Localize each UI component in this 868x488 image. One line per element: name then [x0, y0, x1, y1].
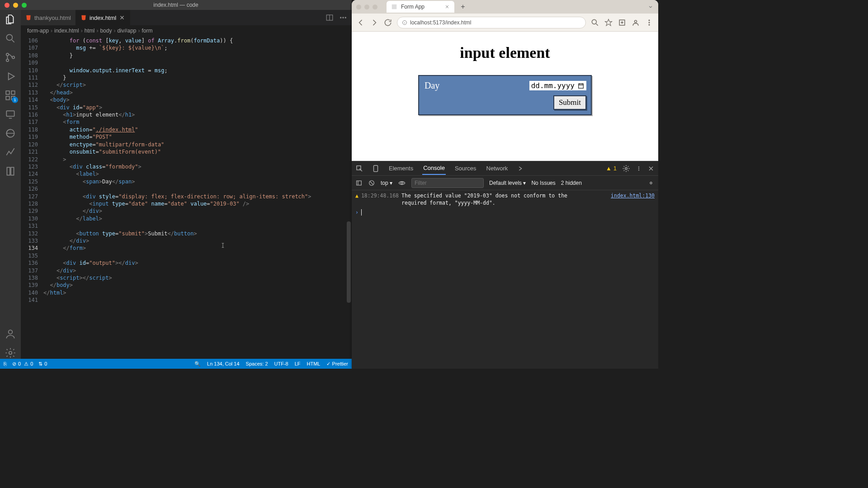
explorer-activity[interactable] — [5, 14, 16, 25]
breadcrumb-item[interactable]: html — [85, 28, 95, 34]
breadcrumb-item[interactable]: body — [100, 28, 112, 34]
breadcrumb-item[interactable]: div#app — [117, 28, 136, 34]
cursor-position[interactable]: Ln 134, Col 14 — [207, 361, 240, 367]
line-gutter: 1061071081091101111121131141151161171181… — [21, 36, 43, 359]
gear-icon[interactable] — [622, 164, 630, 173]
issues-indicator[interactable]: No Issues — [531, 180, 555, 186]
forward-button[interactable] — [370, 18, 379, 27]
sidebar-toggle-icon[interactable] — [355, 179, 363, 187]
close-window-icon[interactable] — [356, 5, 361, 9]
close-icon[interactable] — [119, 14, 125, 21]
search-activity[interactable] — [5, 33, 16, 44]
html-file-icon — [80, 14, 87, 21]
close-icon[interactable] — [444, 4, 450, 9]
account-activity[interactable] — [5, 328, 16, 340]
source-control-icon — [5, 52, 16, 63]
inspect-icon[interactable] — [355, 164, 363, 173]
scrollbar-thumb[interactable] — [347, 221, 351, 303]
tab-index[interactable]: index.html — [76, 10, 130, 25]
live-expression-icon[interactable] — [398, 179, 406, 187]
expand-tabs-icon[interactable] — [647, 4, 658, 10]
minimize-window-icon[interactable] — [13, 3, 18, 8]
svg-point-20 — [635, 20, 637, 23]
form-container: Day dd.mm.yyyy Submit — [418, 75, 592, 115]
close-icon[interactable] — [647, 165, 655, 172]
site-info-icon[interactable] — [402, 20, 407, 25]
tab-label: thankyou.html — [34, 14, 71, 21]
book-icon — [5, 165, 16, 177]
reload-button[interactable] — [383, 18, 392, 27]
maximize-window-icon[interactable] — [22, 3, 27, 8]
new-tab-button[interactable]: + — [458, 2, 468, 12]
svg-point-30 — [638, 169, 639, 170]
address-bar[interactable]: localhost:5173/index.html — [397, 17, 586, 28]
console-settings-icon[interactable] — [647, 179, 655, 187]
window-controls[interactable] — [0, 3, 27, 8]
tab-elements[interactable]: Elements — [388, 162, 414, 174]
warnings-badge[interactable]: ▲ 1 — [606, 165, 617, 172]
extensions-activity[interactable]: 1 — [5, 89, 16, 101]
svg-point-13 — [340, 17, 341, 18]
context-selector[interactable]: top ▾ — [381, 180, 392, 186]
code-content[interactable]: for (const [key, value] of Array.from(fo… — [43, 36, 352, 359]
minimize-window-icon[interactable] — [364, 5, 369, 9]
log-levels-selector[interactable]: Default levels ▾ — [489, 180, 526, 186]
devtools: Elements Console Sources Network ▲ 1 top… — [352, 161, 658, 369]
console-output[interactable]: ▲ 18:29:48.168 The specified value "2019… — [352, 190, 658, 369]
more-tabs-icon[interactable] — [517, 165, 524, 172]
code-editor[interactable]: 1061071081091101111121131141151161171181… — [21, 36, 352, 359]
log-source-link[interactable]: index.html:130 — [611, 192, 655, 199]
split-editor-icon[interactable] — [326, 14, 334, 22]
remote-icon — [5, 108, 16, 120]
gear-icon — [5, 347, 16, 359]
tab-thankyou[interactable]: thankyou.html — [21, 10, 76, 25]
indent-indicator[interactable]: Spaces: 2 — [246, 361, 268, 367]
book-activity[interactable] — [5, 165, 16, 177]
breadcrumbs[interactable]: form-app› index.html› html› body› div#ap… — [21, 25, 352, 36]
back-button[interactable] — [356, 18, 365, 27]
console-filter-input[interactable] — [411, 178, 484, 188]
calendar-icon[interactable] — [577, 82, 585, 89]
scm-activity[interactable] — [5, 52, 16, 63]
debug-activity[interactable] — [5, 70, 16, 82]
maximize-window-icon[interactable] — [373, 5, 377, 9]
console-log-row: ▲ 18:29:48.168 The specified value "2019… — [355, 192, 655, 206]
clear-console-icon[interactable] — [368, 179, 375, 187]
close-window-icon[interactable] — [5, 3, 9, 8]
device-icon[interactable] — [372, 164, 380, 173]
zoom-icon[interactable] — [590, 18, 599, 27]
remote-indicator[interactable]: ⎘ — [4, 361, 7, 367]
tab-console[interactable]: Console — [422, 162, 446, 175]
ports-indicator[interactable]: ⇅ 0 — [38, 361, 47, 367]
more-icon[interactable] — [339, 14, 347, 22]
bookmark-icon[interactable] — [604, 18, 613, 27]
breadcrumb-item[interactable]: form-app — [27, 28, 49, 34]
submit-button[interactable]: Submit — [553, 95, 586, 110]
errors-indicator[interactable]: ⊘ 0 ⚠ 0 — [12, 361, 33, 367]
browser-window-controls[interactable] — [356, 5, 377, 9]
hidden-messages[interactable]: 2 hidden — [561, 180, 582, 186]
console-prompt[interactable]: › — [355, 209, 655, 216]
prettier-indicator[interactable]: ✓ Prettier — [326, 361, 348, 367]
menu-icon[interactable] — [645, 18, 654, 27]
statusbar: ⎘ ⊘ 0 ⚠ 0 ⇅ 0 🔍 Ln 134, Col 14 Spaces: 2… — [0, 359, 352, 369]
remote-activity[interactable] — [5, 108, 16, 120]
date-input[interactable]: dd.mm.yyyy — [529, 81, 586, 90]
tab-sources[interactable]: Sources — [454, 162, 477, 174]
download-icon[interactable] — [618, 18, 627, 27]
liveshare-activity[interactable] — [5, 127, 16, 139]
settings-activity[interactable] — [5, 347, 16, 359]
svg-rect-24 — [579, 84, 584, 88]
graph-activity[interactable] — [5, 146, 16, 158]
tab-network[interactable]: Network — [486, 162, 509, 174]
more-icon[interactable] — [636, 165, 642, 172]
eol-indicator[interactable]: LF — [295, 361, 301, 367]
vscode-titlebar: index.html — code — [0, 0, 352, 10]
breadcrumb-item[interactable]: form — [142, 28, 152, 34]
browser-tab[interactable]: Form App — [387, 1, 454, 13]
magnify-icon[interactable]: 🔍 — [194, 361, 201, 367]
encoding-indicator[interactable]: UTF-8 — [274, 361, 288, 367]
language-indicator[interactable]: HTML — [307, 361, 321, 367]
breadcrumb-item[interactable]: index.html — [54, 28, 79, 34]
profile-icon[interactable] — [631, 18, 640, 27]
